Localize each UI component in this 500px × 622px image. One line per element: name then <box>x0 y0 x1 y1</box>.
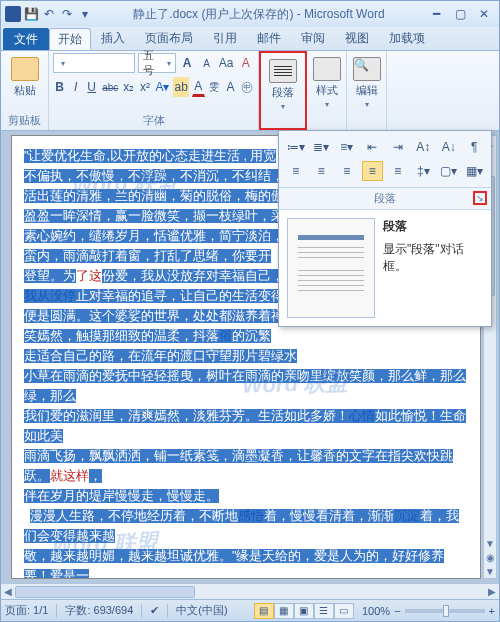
align-right-button[interactable]: ≡ <box>336 161 358 181</box>
superscript-button[interactable]: x² <box>138 77 151 97</box>
status-wordcount[interactable]: 字数: 693/694 <box>65 603 133 618</box>
paste-icon <box>11 57 39 81</box>
next-page-icon[interactable]: ▼ <box>484 564 496 578</box>
editing-button[interactable]: 🔍 编辑 ▾ <box>351 53 382 109</box>
asian-layout-button[interactable]: A↕ <box>413 137 435 157</box>
border-button[interactable]: A <box>224 77 237 97</box>
zoom-out-button[interactable]: − <box>394 605 400 617</box>
view-fullscreen[interactable]: ▦ <box>274 603 294 619</box>
styles-icon <box>313 57 341 81</box>
align-justify-button[interactable]: ≡ <box>362 161 384 181</box>
view-outline[interactable]: ☰ <box>314 603 334 619</box>
tab-insert[interactable]: 插入 <box>91 26 135 50</box>
tab-review[interactable]: 审阅 <box>291 26 335 50</box>
group-clipboard-label: 剪贴板 <box>5 111 44 130</box>
minimize-button[interactable]: ━ <box>425 6 447 22</box>
ribbon: 粘贴 剪贴板 ▾ 五号▾ A A Aa A B <box>1 51 499 131</box>
view-print-layout[interactable]: ▤ <box>254 603 274 619</box>
change-case-button[interactable]: Aa <box>218 53 235 73</box>
font-size-combo[interactable]: 五号▾ <box>138 53 175 73</box>
zoom-value[interactable]: 100% <box>362 605 390 617</box>
zoom-in-button[interactable]: + <box>489 605 495 617</box>
group-font: ▾ 五号▾ A A Aa A B I U abc x₂ x² A▾ <box>49 51 259 130</box>
tooltip-text: 显示"段落"对话框。 <box>383 241 483 275</box>
styles-button[interactable]: 样式 ▾ <box>311 53 342 109</box>
bold-button[interactable]: B <box>53 77 66 97</box>
phonetic-button[interactable]: 雯 <box>208 77 221 97</box>
paragraph-icon <box>269 59 297 83</box>
line-spacing-button[interactable]: ‡▾ <box>413 161 435 181</box>
shading-button[interactable]: ▢▾ <box>438 161 460 181</box>
scroll-left-icon[interactable]: ◀ <box>1 585 15 599</box>
zoom-slider[interactable] <box>405 609 485 613</box>
tab-mail[interactable]: 邮件 <box>247 26 291 50</box>
scroll-down-icon[interactable]: ▼ <box>484 536 496 550</box>
paste-button[interactable]: 粘贴 <box>5 53 44 98</box>
enclose-button[interactable]: ㊥ <box>240 77 254 97</box>
font-family-combo[interactable]: ▾ <box>53 53 135 73</box>
tooltip: 段落 显示"段落"对话框。 <box>279 210 491 326</box>
numbering-button[interactable]: ≣▾ <box>311 137 333 157</box>
window-title: 静止了.docx (用户上次保存的) - Microsoft Word <box>93 6 425 23</box>
shrink-font-button[interactable]: A <box>198 53 215 73</box>
prev-page-icon[interactable]: ◉ <box>484 550 496 564</box>
bullets-button[interactable]: ≔▾ <box>285 137 307 157</box>
horizontal-scrollbar[interactable]: ◀ ▶ <box>1 583 499 599</box>
scroll-right-icon[interactable]: ▶ <box>485 585 499 599</box>
popup-group-label: 段落 ↘ <box>279 187 491 210</box>
tooltip-preview <box>287 218 375 318</box>
tab-file[interactable]: 文件 <box>3 28 49 50</box>
subscript-button[interactable]: x₂ <box>122 77 135 97</box>
font-color-button[interactable]: A <box>192 77 205 97</box>
increase-indent-button[interactable]: ⇥ <box>387 137 409 157</box>
show-marks-button[interactable]: ¶ <box>464 137 486 157</box>
clear-format-button[interactable]: A <box>238 53 255 73</box>
tab-references[interactable]: 引用 <box>203 26 247 50</box>
grow-font-button[interactable]: A <box>179 53 196 73</box>
multilevel-button[interactable]: ≡▾ <box>336 137 358 157</box>
group-styles: 样式 ▾ <box>307 51 347 130</box>
group-editing: 🔍 编辑 ▾ <box>347 51 387 130</box>
maximize-button[interactable]: ▢ <box>449 6 471 22</box>
status-bar: 页面: 1/1 字数: 693/694 ✔ 中文(中国) ▤ ▦ ▣ ☰ ▭ 1… <box>1 599 499 621</box>
sort-button[interactable]: A↓ <box>438 137 460 157</box>
ribbon-tabs: 文件 开始 插入 页面布局 引用 邮件 审阅 视图 加载项 <box>1 27 499 51</box>
status-language[interactable]: 中文(中国) <box>176 603 227 618</box>
dialog-launcher-icon[interactable]: ↘ <box>473 191 487 205</box>
distribute-button[interactable]: ≡ <box>387 161 409 181</box>
view-draft[interactable]: ▭ <box>334 603 354 619</box>
tab-view[interactable]: 视图 <box>335 26 379 50</box>
tab-home[interactable]: 开始 <box>49 28 91 50</box>
close-button[interactable]: ✕ <box>473 6 495 22</box>
group-clipboard: 粘贴 剪贴板 <box>1 51 49 130</box>
borders-button[interactable]: ▦▾ <box>464 161 486 181</box>
qat-undo-icon[interactable]: ↶ <box>41 6 57 22</box>
group-font-label: 字体 <box>53 111 254 130</box>
scroll-h-thumb[interactable] <box>15 586 195 598</box>
qat-redo-icon[interactable]: ↷ <box>59 6 75 22</box>
highlight-button[interactable]: ab <box>173 77 188 97</box>
tab-addins[interactable]: 加载项 <box>379 26 435 50</box>
strike-button[interactable]: abc <box>101 77 119 97</box>
group-paragraph: 段落 ▾ <box>259 51 307 130</box>
italic-button[interactable]: I <box>69 77 82 97</box>
title-bar: 💾 ↶ ↷ ▾ 静止了.docx (用户上次保存的) - Microsoft W… <box>1 1 499 27</box>
status-page[interactable]: 页面: 1/1 <box>5 603 48 618</box>
editing-icon: 🔍 <box>353 57 381 81</box>
paragraph-button[interactable]: 段落 ▾ <box>265 55 301 111</box>
status-spellcheck-icon[interactable]: ✔ <box>150 604 159 617</box>
text-effects-button[interactable]: A▾ <box>154 77 170 97</box>
tab-layout[interactable]: 页面布局 <box>135 26 203 50</box>
align-left-button[interactable]: ≡ <box>285 161 307 181</box>
view-web[interactable]: ▣ <box>294 603 314 619</box>
qat-more-icon[interactable]: ▾ <box>77 6 93 22</box>
align-center-button[interactable]: ≡ <box>311 161 333 181</box>
tooltip-title: 段落 <box>383 218 483 235</box>
qat-save-icon[interactable]: 💾 <box>23 6 39 22</box>
underline-button[interactable]: U <box>85 77 98 97</box>
paragraph-popup: ≔▾ ≣▾ ≡▾ ⇤ ⇥ A↕ A↓ ¶ ≡ ≡ ≡ ≡ ≡ ‡▾ ▢▾ ▦▾ … <box>278 130 492 327</box>
app-icon <box>5 6 21 22</box>
decrease-indent-button[interactable]: ⇤ <box>362 137 384 157</box>
